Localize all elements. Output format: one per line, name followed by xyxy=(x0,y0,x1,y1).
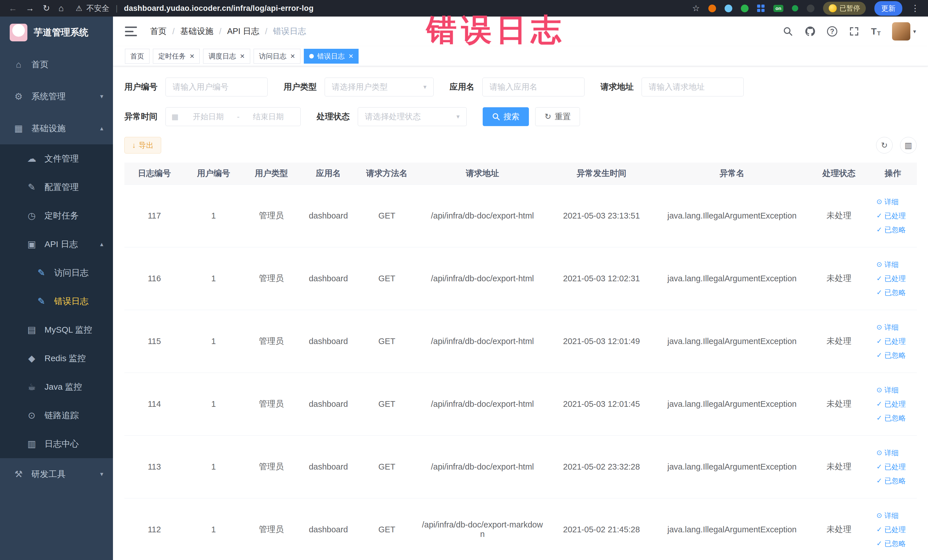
github-icon[interactable] xyxy=(805,26,816,37)
close-icon[interactable]: × xyxy=(290,52,295,60)
main-area: 首页/基础设施/API 日志/错误日志 ? TT ▾ 首页定时任务× xyxy=(113,17,928,560)
user-type-select[interactable]: 请选择用户类型 ▾ xyxy=(325,78,433,96)
help-icon[interactable]: ? xyxy=(827,26,837,37)
reset-button[interactable]: ↻ 重置 xyxy=(535,107,580,126)
action-详细[interactable]: ⊙详细 xyxy=(876,385,899,395)
calendar-icon: ▦ xyxy=(171,112,179,121)
close-icon[interactable]: × xyxy=(190,52,194,60)
search-button[interactable]: 搜索 xyxy=(483,107,529,126)
action-label: 详细 xyxy=(884,511,899,520)
tab-错误日志[interactable]: 错误日志× xyxy=(304,49,359,64)
sidebar-item-文件管理[interactable]: ☁文件管理 xyxy=(0,144,113,173)
sidebar-item-首页[interactable]: ⌂首页 xyxy=(0,49,113,81)
breadcrumb-item[interactable]: 基础设施 xyxy=(180,26,214,37)
close-icon[interactable]: × xyxy=(240,52,244,60)
cell-time: 2021-05-03 12:02:31 xyxy=(548,247,655,310)
sidebar-item-API 日志[interactable]: ▣API 日志▴ xyxy=(0,230,113,258)
profile-paused-chip[interactable]: 已暂停 xyxy=(823,2,866,15)
config-edit-icon: ✎ xyxy=(25,182,38,192)
action-已处理[interactable]: ✓已处理 xyxy=(876,211,906,221)
update-button[interactable]: 更新 xyxy=(875,1,902,16)
extension-orange-icon[interactable] xyxy=(708,5,716,12)
sidebar-item-配置管理[interactable]: ✎配置管理 xyxy=(0,173,113,201)
action-已忽略[interactable]: ✓已忽略 xyxy=(876,351,906,360)
cell-actions: ⊙详细✓已处理✓已忽略 xyxy=(869,247,917,310)
table-row: 1171管理员dashboardGET/api/infra/db-doc/exp… xyxy=(124,184,917,247)
extension-paw-icon[interactable] xyxy=(807,5,815,12)
sidebar-item-日志中心[interactable]: ▥日志中心 xyxy=(0,430,113,458)
sidebar-item-MySQL 监控[interactable]: ▤MySQL 监控 xyxy=(0,316,113,344)
action-已忽略[interactable]: ✓已忽略 xyxy=(876,476,906,485)
action-label: 已忽略 xyxy=(884,225,906,235)
breadcrumb-item[interactable]: 首页 xyxy=(150,26,166,37)
tab-访问日志[interactable]: 访问日志× xyxy=(253,49,301,64)
error-log-table: 日志编号用户编号用户类型应用名请求方法名请求地址异常发生时间异常名处理状态操作 … xyxy=(124,163,917,560)
action-详细[interactable]: ⊙详细 xyxy=(876,197,899,206)
app-name-input[interactable] xyxy=(482,78,585,96)
tab-调度日志[interactable]: 调度日志× xyxy=(203,49,250,64)
home-button[interactable]: ⌂ xyxy=(58,4,64,12)
sidebar-item-系统管理[interactable]: ⚙系统管理▾ xyxy=(0,81,113,112)
action-详细[interactable]: ⊙详细 xyxy=(876,323,899,332)
font-size-icon[interactable]: TT xyxy=(871,26,881,37)
exception-time-range-picker[interactable]: ▦ 开始日期 - 结束日期 xyxy=(165,107,301,126)
action-详细[interactable]: ⊙详细 xyxy=(876,260,899,269)
action-已处理[interactable]: ✓已处理 xyxy=(876,337,906,346)
bookmark-star-icon[interactable]: ☆ xyxy=(692,4,700,12)
process-status-select[interactable]: 请选择处理状态 ▾ xyxy=(358,107,467,126)
close-icon[interactable]: × xyxy=(349,52,353,60)
home-icon: ⌂ xyxy=(12,60,25,70)
action-已忽略[interactable]: ✓已忽略 xyxy=(876,414,906,423)
action-label: 已处理 xyxy=(884,274,906,283)
sidebar-item-错误日志[interactable]: ✎错误日志 xyxy=(0,287,113,316)
action-详细[interactable]: ⊙详细 xyxy=(876,448,899,458)
fullscreen-icon[interactable] xyxy=(849,26,859,37)
check-icon: ✓ xyxy=(876,352,882,359)
user-id-input[interactable] xyxy=(165,78,267,96)
cell-status: 未处理 xyxy=(809,435,869,498)
sidebar-item-研发工具[interactable]: ⚒研发工具▾ xyxy=(0,458,113,490)
sidebar-item-访问日志[interactable]: ✎访问日志 xyxy=(0,258,113,287)
reload-button[interactable]: ↻ xyxy=(43,4,50,12)
sidebar-item-Redis 监控[interactable]: ◆Redis 监控 xyxy=(0,344,113,372)
action-已忽略[interactable]: ✓已忽略 xyxy=(876,539,906,548)
filter-user-id: 用户编号 xyxy=(124,78,267,96)
export-button[interactable]: ↓ 导出 xyxy=(124,137,161,154)
forward-button[interactable]: → xyxy=(26,4,34,12)
action-已忽略[interactable]: ✓已忽略 xyxy=(876,288,906,297)
sidebar-item-链路追踪[interactable]: ⊙链路追踪 xyxy=(0,401,113,430)
extension-leaf-icon[interactable] xyxy=(792,5,798,11)
sidebar-item-基础设施[interactable]: ▦基础设施▴ xyxy=(0,112,113,144)
address-bar[interactable]: ⚠ 不安全 | dashboard.yudao.iocoder.cn/infra… xyxy=(76,3,313,14)
action-已处理[interactable]: ✓已处理 xyxy=(876,274,906,283)
cell-status: 未处理 xyxy=(809,247,869,310)
breadcrumb-item[interactable]: API 日志 xyxy=(227,26,259,37)
hamburger-icon[interactable] xyxy=(125,26,137,36)
log-center-icon: ▥ xyxy=(25,438,38,449)
sidebar-item-Java 监控[interactable]: ☕Java 监控 xyxy=(0,372,113,401)
action-已处理[interactable]: ✓已处理 xyxy=(876,525,906,534)
sidebar-item-定时任务[interactable]: ◷定时任务 xyxy=(0,201,113,230)
refresh-table-button[interactable]: ↻ xyxy=(876,137,893,154)
action-已处理[interactable]: ✓已处理 xyxy=(876,462,906,471)
column-settings-button[interactable]: ▥ xyxy=(900,137,917,154)
tab-首页[interactable]: 首页 xyxy=(125,49,150,64)
action-已忽略[interactable]: ✓已忽略 xyxy=(876,225,906,235)
user-menu[interactable]: ▾ xyxy=(892,22,916,41)
extension-grid-icon[interactable] xyxy=(757,5,765,12)
tab-定时任务[interactable]: 定时任务× xyxy=(153,49,200,64)
kebab-menu-icon[interactable]: ⋮ xyxy=(911,4,919,12)
chevron-down-icon: ▾ xyxy=(913,28,916,35)
extension-green-icon[interactable] xyxy=(741,5,749,12)
search-icon[interactable] xyxy=(783,26,793,37)
extension-on-badge[interactable]: on xyxy=(773,5,783,12)
check-icon: ✓ xyxy=(876,463,882,470)
column-header-请求地址: 请求地址 xyxy=(417,163,548,184)
extension-blue-icon[interactable] xyxy=(725,5,732,12)
cell-url: /api/infra/db-doc/export-html xyxy=(417,372,548,435)
sidebar-logo[interactable]: 芋道管理系统 xyxy=(0,17,113,49)
action-详细[interactable]: ⊙详细 xyxy=(876,511,899,520)
back-button[interactable]: ← xyxy=(9,4,17,12)
action-已处理[interactable]: ✓已处理 xyxy=(876,400,906,409)
request-url-input[interactable] xyxy=(642,78,744,96)
